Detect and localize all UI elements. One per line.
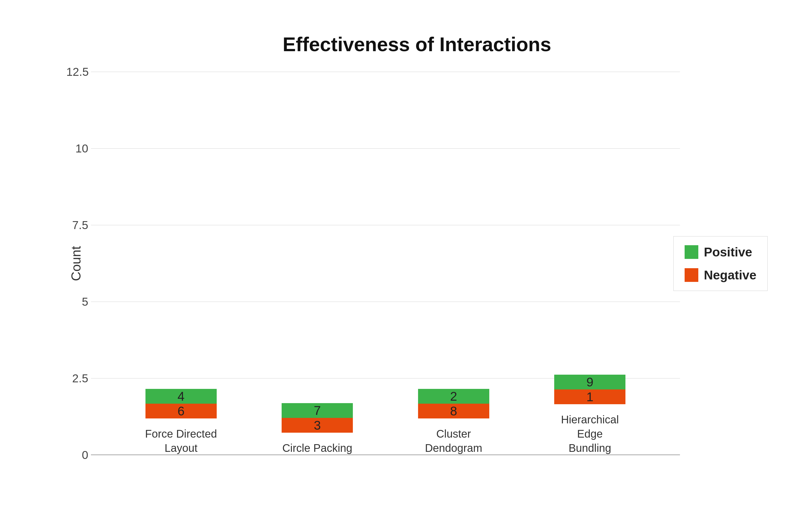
- bar-group: 73Circle Packing: [276, 403, 358, 455]
- chart-title: Effectiveness of Interactions: [66, 33, 768, 56]
- bar-segment-positive: 2: [418, 389, 489, 404]
- bar-segment-positive: 9: [554, 375, 625, 389]
- bar-segment-negative: 3: [281, 418, 353, 433]
- bar-segment-positive: 7: [281, 403, 353, 418]
- bar-segment-negative: 1: [554, 389, 625, 404]
- y-tick-label: 5: [66, 295, 88, 309]
- y-tick-label: 7.5: [66, 219, 88, 232]
- legend-item-positive: Positive: [685, 245, 756, 259]
- y-tick-label: 12.5: [66, 65, 88, 78]
- y-axis-label: Count: [66, 72, 86, 455]
- bar-segment-negative: 8: [418, 404, 489, 418]
- legend-label-negative: Negative: [704, 268, 756, 282]
- bar-group: 46Force Directed Layout: [140, 389, 222, 455]
- y-tick-label: 2.5: [66, 372, 88, 385]
- legend-label-positive: Positive: [704, 245, 752, 259]
- bar-wrapper: 28: [418, 389, 489, 418]
- x-axis-label: Circle Packing: [282, 441, 352, 455]
- x-axis-label: Force Directed Layout: [145, 427, 217, 455]
- x-axis-label: Hierarchical Edge Bundling: [549, 412, 631, 455]
- x-axis-label: Cluster Dendogram: [412, 427, 495, 455]
- bar-segment-negative: 6: [145, 404, 217, 418]
- legend-color-positive: [685, 245, 698, 259]
- bar-group: 28Cluster Dendogram: [412, 389, 495, 455]
- chart-container: Effectiveness of Interactions Count 02.5…: [23, 17, 789, 509]
- bars-area: 46Force Directed Layout73Circle Packing2…: [91, 72, 680, 455]
- bar-group: 91Hierarchical Edge Bundling: [549, 375, 631, 455]
- bar-segment-positive: 4: [145, 389, 217, 404]
- legend-color-negative: [685, 268, 698, 282]
- y-tick-label: 10: [66, 142, 88, 155]
- bar-wrapper: 73: [281, 403, 353, 433]
- bar-wrapper: 46: [145, 389, 217, 418]
- legend-item-negative: Negative: [685, 268, 756, 282]
- chart-legend: Positive Negative: [673, 236, 768, 291]
- y-tick-label: 0: [66, 449, 88, 462]
- bar-wrapper: 91: [554, 375, 625, 404]
